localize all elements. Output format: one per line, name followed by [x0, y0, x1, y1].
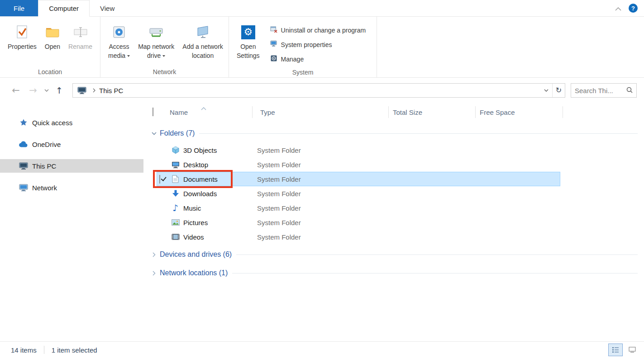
add-network-location-icon: [196, 23, 210, 42]
file-name: Videos: [183, 233, 204, 241]
documents-row-checkbox[interactable]: [159, 175, 160, 184]
sidebar-label: OneDrive: [32, 141, 61, 148]
file-row-downloads[interactable]: Downloads System Folder: [143, 186, 644, 201]
search-input[interactable]: [575, 87, 626, 94]
large-icons-view-button[interactable]: [625, 344, 639, 356]
open-folder-icon: [45, 23, 60, 42]
group-label-system: System: [229, 67, 377, 77]
group-header-network-locations[interactable]: Network locations (1): [143, 266, 644, 280]
music-icon: ♪: [171, 203, 180, 212]
column-header-total-size[interactable]: Total Size: [393, 104, 422, 121]
file-name: Documents: [183, 175, 218, 183]
file-name: Desktop: [183, 161, 208, 169]
column-headers: Name Type Total Size Free Space: [143, 104, 644, 121]
selection-count: 1 item selected: [52, 346, 97, 354]
network-icon: [19, 184, 28, 191]
properties-label: Properties: [8, 43, 37, 51]
dropdown-arrow-icon: [162, 55, 165, 57]
open-settings-label-2: Settings: [237, 52, 260, 60]
downloads-icon: [171, 189, 180, 198]
breadcrumb-this-pc[interactable]: This PC: [99, 87, 123, 94]
file-name: Downloads: [183, 190, 217, 198]
group-label-location: Location: [0, 66, 100, 77]
file-type: System Folder: [257, 146, 301, 154]
file-row-3d-objects[interactable]: 3D Objects System Folder: [143, 143, 644, 157]
sidebar-label: Quick access: [32, 119, 72, 127]
open-settings-button[interactable]: ⚙ Open Settings: [233, 19, 264, 61]
file-row-music[interactable]: ♪ Music System Folder: [143, 201, 644, 215]
add-network-location-button[interactable]: Add a network location: [178, 19, 227, 61]
search-icon[interactable]: [626, 87, 633, 94]
rename-button[interactable]: Rename: [64, 19, 96, 52]
ribbon-group-location: Properties Open Rename Location: [0, 17, 100, 77]
file-row-videos[interactable]: Videos System Folder: [143, 230, 644, 244]
map-network-drive-button[interactable]: Map network drive: [134, 19, 178, 61]
access-media-button[interactable]: Access media: [104, 19, 134, 61]
group-label: Devices and drives (6): [160, 250, 232, 259]
file-row-documents[interactable]: Documents System Folder: [143, 172, 644, 186]
back-button[interactable]: ←: [7, 86, 24, 95]
tab-file[interactable]: File: [0, 0, 38, 16]
uninstall-program-label: Uninstall or change a program: [281, 27, 366, 34]
group-label: Network locations (1): [160, 269, 228, 277]
group-header-devices-and-drives[interactable]: Devices and drives (6): [143, 248, 644, 261]
this-pc-icon: [77, 87, 86, 94]
map-drive-label-1: Map network: [138, 43, 174, 51]
column-header-free-space[interactable]: Free Space: [480, 104, 515, 121]
column-header-name[interactable]: Name: [170, 104, 188, 121]
tab-computer[interactable]: Computer: [38, 0, 90, 17]
select-all-checkbox[interactable]: [153, 108, 153, 116]
sidebar-item-onedrive[interactable]: OneDrive: [0, 137, 143, 151]
add-location-label-2: location: [192, 52, 214, 60]
manage-button[interactable]: Manage: [267, 53, 369, 65]
properties-button[interactable]: Properties: [4, 19, 41, 52]
file-list: Name Type Total Size Free Space Folders …: [143, 104, 644, 341]
settings-gear-icon: ⚙: [241, 23, 255, 42]
documents-icon: [171, 175, 180, 183]
up-button[interactable]: ↑: [52, 86, 67, 95]
ribbon-tab-bar: File Computer View ?: [0, 0, 644, 17]
add-location-label-1: Add a network: [182, 43, 223, 51]
sidebar-item-this-pc[interactable]: This PC: [0, 159, 143, 173]
sort-ascending-icon: [201, 104, 206, 112]
help-button[interactable]: ?: [629, 4, 638, 13]
3d-objects-icon: [171, 146, 180, 154]
address-dropdown-icon[interactable]: [540, 84, 552, 97]
recent-locations-icon[interactable]: [42, 89, 52, 92]
manage-label: Manage: [281, 56, 304, 63]
system-properties-button[interactable]: System properties: [267, 38, 369, 51]
file-name: 3D Objects: [183, 146, 217, 154]
group-label-network: Network: [100, 66, 229, 77]
details-view-button[interactable]: [608, 344, 623, 356]
collapse-ribbon-icon[interactable]: [615, 5, 621, 12]
sidebar-item-network[interactable]: Network: [0, 181, 143, 194]
file-row-pictures[interactable]: Pictures System Folder: [143, 215, 644, 230]
expand-group-icon: [151, 252, 157, 257]
file-type: System Folder: [257, 190, 301, 198]
tab-view[interactable]: View: [90, 0, 125, 16]
file-type: System Folder: [257, 175, 301, 183]
dropdown-arrow-icon: [127, 55, 130, 57]
rename-label: Rename: [68, 43, 92, 51]
group-label: Folders (7): [160, 129, 195, 137]
sidebar-item-quick-access[interactable]: Quick access: [0, 116, 143, 129]
map-network-drive-icon: [149, 23, 163, 42]
rename-icon: [73, 23, 88, 42]
uninstall-program-button[interactable]: Uninstall or change a program: [267, 24, 369, 36]
items-count: 14 items: [11, 346, 37, 354]
file-type: System Folder: [257, 219, 301, 226]
refresh-button[interactable]: ↻: [552, 84, 565, 97]
this-pc-icon: [19, 162, 28, 170]
file-name: Pictures: [183, 219, 208, 226]
ribbon-group-system: ⚙ Open Settings Uninstall or change a pr…: [229, 17, 377, 77]
pictures-icon: [171, 219, 180, 226]
desktop-icon: [171, 161, 180, 168]
breadcrumb-chevron-icon[interactable]: [93, 88, 95, 93]
open-button[interactable]: Open: [41, 19, 64, 52]
address-bar[interactable]: This PC ↻: [72, 83, 565, 98]
column-header-type[interactable]: Type: [260, 104, 275, 121]
forward-button[interactable]: →: [24, 86, 42, 95]
file-row-desktop[interactable]: Desktop System Folder: [143, 157, 644, 172]
group-header-folders[interactable]: Folders (7): [143, 127, 644, 140]
videos-icon: [171, 234, 180, 240]
